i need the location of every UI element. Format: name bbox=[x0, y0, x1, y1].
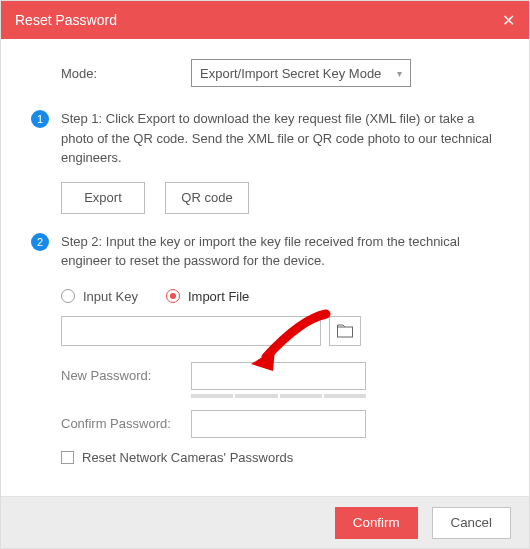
confirm-password-row: Confirm Password: bbox=[61, 410, 499, 438]
mode-label: Mode: bbox=[61, 66, 191, 81]
radio-group-key-mode: Input Key Import File bbox=[61, 287, 499, 307]
cancel-button-label: Cancel bbox=[451, 515, 493, 530]
file-path-input[interactable] bbox=[61, 316, 321, 346]
step-2-text: Step 2: Input the key or import the key … bbox=[61, 232, 499, 271]
radio-input-key-label: Input Key bbox=[83, 287, 138, 307]
confirm-password-input[interactable] bbox=[191, 410, 366, 438]
titlebar: Reset Password ✕ bbox=[1, 1, 529, 39]
dialog-title: Reset Password bbox=[15, 12, 117, 28]
reset-password-dialog: Reset Password ✕ Mode: Export/Import Sec… bbox=[0, 0, 530, 549]
new-password-input[interactable] bbox=[191, 362, 366, 390]
step-2-badge: 2 bbox=[31, 233, 49, 251]
qrcode-button-label: QR code bbox=[181, 188, 232, 208]
dialog-content: Mode: Export/Import Secret Key Mode ▾ 1 … bbox=[1, 39, 529, 496]
export-button-label: Export bbox=[84, 188, 122, 208]
qrcode-button[interactable]: QR code bbox=[165, 182, 249, 214]
step-1-text: Step 1: Click Export to download the key… bbox=[61, 109, 499, 168]
export-button[interactable]: Export bbox=[61, 182, 145, 214]
new-password-row: New Password: bbox=[61, 362, 499, 390]
radio-icon bbox=[166, 289, 180, 303]
step-2: 2 Step 2: Input the key or import the ke… bbox=[31, 232, 499, 468]
mode-selected-value: Export/Import Secret Key Mode bbox=[200, 66, 381, 81]
confirm-password-label: Confirm Password: bbox=[61, 414, 191, 434]
cancel-button[interactable]: Cancel bbox=[432, 507, 512, 539]
browse-button[interactable] bbox=[329, 316, 361, 346]
radio-icon bbox=[61, 289, 75, 303]
folder-icon bbox=[337, 324, 353, 338]
chevron-down-icon: ▾ bbox=[397, 68, 402, 79]
dialog-footer: Confirm Cancel bbox=[1, 496, 529, 548]
password-strength-meter bbox=[191, 394, 366, 398]
new-password-label: New Password: bbox=[61, 366, 191, 386]
confirm-button[interactable]: Confirm bbox=[335, 507, 418, 539]
radio-import-file-label: Import File bbox=[188, 287, 249, 307]
mode-select[interactable]: Export/Import Secret Key Mode ▾ bbox=[191, 59, 411, 87]
close-icon[interactable]: ✕ bbox=[502, 11, 515, 30]
reset-cameras-label: Reset Network Cameras' Passwords bbox=[82, 448, 293, 468]
svg-rect-0 bbox=[338, 327, 353, 337]
mode-row: Mode: Export/Import Secret Key Mode ▾ bbox=[31, 59, 499, 87]
radio-input-key[interactable]: Input Key bbox=[61, 287, 138, 307]
reset-cameras-checkbox[interactable] bbox=[61, 451, 74, 464]
file-path-row bbox=[61, 316, 499, 346]
radio-import-file[interactable]: Import File bbox=[166, 287, 249, 307]
reset-cameras-row: Reset Network Cameras' Passwords bbox=[61, 448, 499, 468]
confirm-button-label: Confirm bbox=[353, 515, 400, 530]
step-1-badge: 1 bbox=[31, 110, 49, 128]
step-1: 1 Step 1: Click Export to download the k… bbox=[31, 109, 499, 214]
